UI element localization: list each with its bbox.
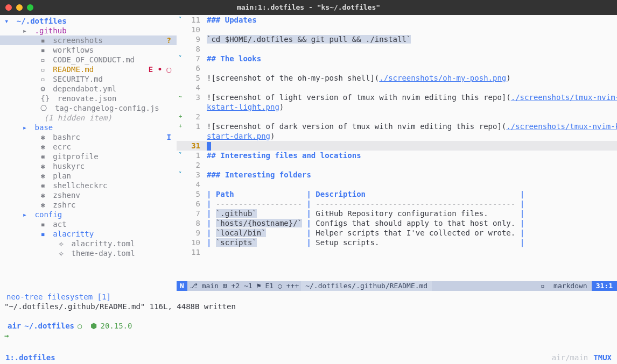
editor-line[interactable]: 9`cd $HOME/.dotfiles && git pull && ./in… [177,34,617,44]
line-number: 10 [184,238,205,247]
tree-item[interactable]: (1 hidden item) [0,113,177,123]
file-tree[interactable]: ▾ ~/.dotfiles ▸ .github ▪ screenshots? ▪… [0,15,177,291]
tree-item-status: I [167,132,171,142]
filetype: markdown [549,281,592,291]
tree-item[interactable]: ⎔ tag-changelog-config.js [0,103,177,113]
editor-line[interactable]: 11 [177,247,617,257]
line-number: 31 [184,141,205,151]
tree-item[interactable]: ▫ README.mdE • ▢ [0,65,177,74]
tree-item[interactable]: ✱ gitprofile [0,152,177,161]
editor-line[interactable]: ˅11### Updates [177,15,617,25]
tree-root[interactable]: ~/.dotfiles [17,16,67,26]
tree-item[interactable]: ✱ zshenv [0,190,177,200]
prompt-arrow: → [4,331,9,340]
tree-item-name: base [35,123,53,132]
editor-line[interactable]: kstart-light.png) [177,102,617,112]
filename: ~/.dotfiles/.github/README.md [301,281,432,291]
tree-item-name: act [53,219,66,229]
tree-item[interactable]: ▪ screenshots? [0,35,177,45]
file-icon: ▪ [40,35,50,45]
editor-line[interactable]: 10| `scripts` | Setup scripts. | [177,238,617,247]
tree-item[interactable]: ✱ bashrcI [0,132,177,142]
tree-item[interactable]: ✱ plan [0,171,177,181]
file-icon: {} [40,94,54,103]
editor-line[interactable]: +2 [177,112,617,122]
editor-line[interactable]: 2 [177,160,617,170]
tree-item[interactable]: ✱ shellcheckrc [0,181,177,190]
maximize-button[interactable] [27,4,33,11]
editor-line[interactable]: 6 [177,63,617,73]
line-number: 1 [184,122,205,131]
editor-line[interactable]: 10 [177,25,617,34]
tree-item[interactable]: ✱ huskyrc [0,161,177,171]
line-number: 7 [184,209,205,218]
tree-item[interactable]: {} renovate.json [0,94,177,103]
editor-line[interactable]: ˅1## Interesting files and locations [177,151,617,160]
editor-content[interactable]: ˅11### Updates109`cd $HOME/.dotfiles && … [177,15,617,281]
tree-item-status: E • ▢ [149,65,171,74]
tree-item-name: alacritty.toml [72,239,135,248]
diagnostics: ⚑ E1 [255,281,276,291]
file-icon: ✱ [40,171,50,181]
tree-item[interactable]: ⟡ alacritty.toml [0,239,177,248]
editor-line[interactable]: 5| Path | Description | [177,189,617,199]
shell-prompt[interactable]: air ~/.dotfiles ○ ⬢ 20.15.0 [4,321,613,331]
tree-item[interactable]: ▸ base [0,123,177,132]
line-content: ![screenshot of light version of tmux wi… [207,92,617,102]
tree-item-name: config [35,210,62,219]
line-number: 5 [184,189,205,199]
prompt-path: ~/.dotfiles [24,321,74,331]
tree-item[interactable]: ▪ alacritty [0,229,177,239]
line-number: 2 [184,160,205,170]
editor-line[interactable]: 4 [177,180,617,189]
file-icon: ✱ [40,161,50,171]
statusline: N ⎇ main ⊞ +2 ~1 ⚑ E1 ○ +++ ~/.dotfiles/… [177,281,617,291]
editor-line[interactable]: +1![screenshot of dark version of tmux w… [177,122,617,131]
shell-prompt-line2[interactable]: → [4,331,613,340]
tree-item[interactable]: ⟡ theme-day.toml [0,248,177,258]
editor-line[interactable]: 5![screenshot of the oh-my-posh shell](.… [177,73,617,83]
tree-item[interactable]: ⚙ dependabot.yml [0,84,177,94]
sign-column: ˅ [177,54,184,63]
tree-item-name: alacritty [53,229,94,239]
tree-item[interactable]: ✱ zshrc [0,200,177,210]
editor-line[interactable]: 31 [177,141,617,151]
tree-item[interactable]: ▪ workflows [0,45,177,55]
editor-line[interactable]: 4 [177,83,617,92]
editor-pane[interactable]: ˅11### Updates109`cd $HOME/.dotfiles && … [177,15,617,291]
editor-line[interactable]: 6| ------------------- | ---------------… [177,199,617,209]
tree-item[interactable]: ▫ SECURITY.md [0,74,177,84]
file-icon: ▪ [40,45,50,55]
editor-line[interactable]: ~3![screenshot of light version of tmux … [177,92,617,102]
tree-item[interactable]: ▪ act [0,219,177,229]
line-content: | Path | Description | [207,189,617,199]
line-number: 3 [184,92,205,102]
tree-item-status: ? [167,35,171,45]
line-content: `cd $HOME/.dotfiles && git pull && ./ins… [207,34,617,44]
file-icon: ▫ [40,74,50,84]
tree-item-name: workflows [53,45,94,55]
file-icon: ▸ [23,123,32,132]
tmux-window[interactable]: 1:.dotfiles [5,353,55,362]
file-icon: ⟡ [59,248,68,258]
editor-line[interactable]: ˅3### Interesting folders [177,170,617,180]
line-number: 6 [184,199,205,209]
editor-line[interactable]: start-dark.png) [177,131,617,141]
tree-item[interactable]: ▸ .github [0,26,177,35]
line-content: ![screenshot of dark version of tmux wit… [207,122,617,131]
file-icon: ✱ [40,132,50,142]
editor-line[interactable]: 8 [177,44,617,54]
minimize-button[interactable] [16,4,23,11]
tree-item[interactable]: ▫ CODE_OF_CONDUCT.md [0,55,177,65]
editor-line[interactable]: 9| `local/bin` | Helper scripts that I'v… [177,228,617,238]
tree-item[interactable]: ✱ ecrc [0,142,177,152]
line-content: ### Updates [207,15,617,25]
editor-line[interactable]: 7| `.github` | GitHub Repository configu… [177,209,617,218]
editor-line[interactable]: 8| `hosts/{hostname}/` | Configs that sh… [177,218,617,228]
line-number: 2 [184,112,205,122]
tree-item[interactable]: ▸ config [0,210,177,219]
editor-line[interactable]: ˅7## The looks [177,54,617,63]
file-icon: ▫ [40,55,50,65]
close-button[interactable] [5,4,12,11]
tree-item-name: README.md [53,65,94,74]
